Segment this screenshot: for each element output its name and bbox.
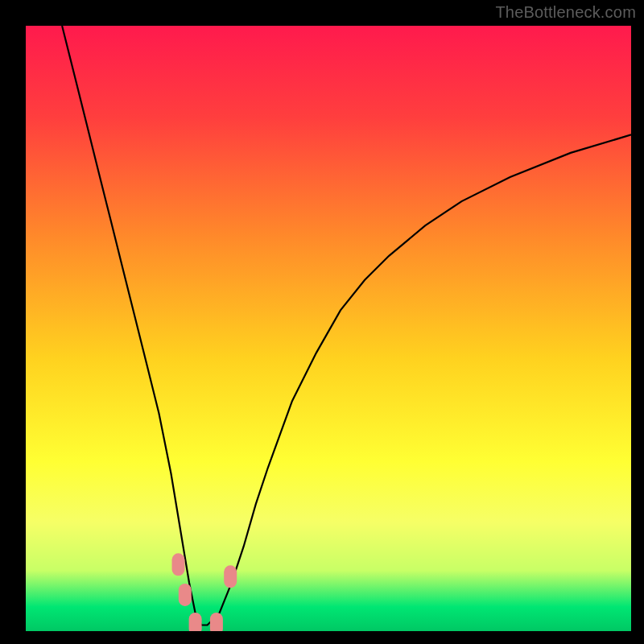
bottom-marker-1 [189,613,202,631]
chart-background [26,26,631,631]
watermark-text: TheBottleneck.com [495,3,636,22]
left-marker-1 [172,553,185,576]
bottleneck-chart [26,26,631,631]
right-marker-1 [224,565,237,588]
left-marker-2 [179,584,192,606]
chart-frame [26,26,631,631]
bottom-marker-2 [210,613,223,631]
